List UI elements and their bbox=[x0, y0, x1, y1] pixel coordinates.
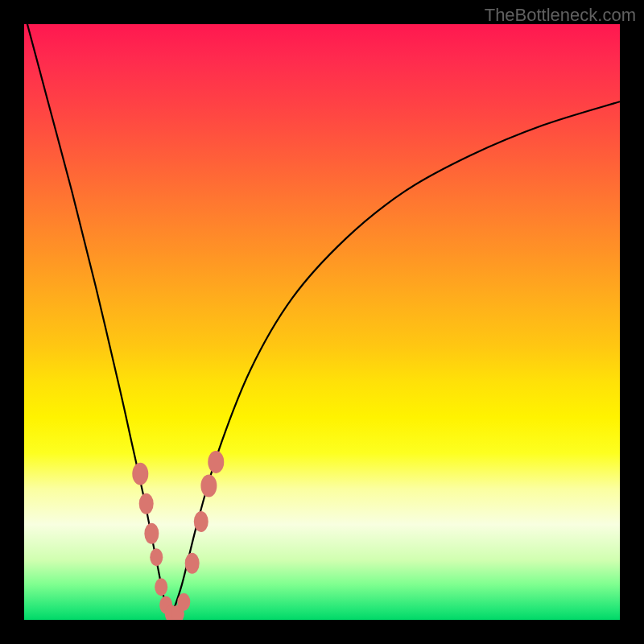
watermark-text: TheBottleneck.com bbox=[485, 5, 636, 26]
highlight-dot bbox=[155, 578, 167, 596]
highlight-dot bbox=[185, 553, 200, 574]
chart-stage: TheBottleneck.com bbox=[0, 0, 644, 644]
highlight-dot bbox=[200, 475, 217, 497]
highlight-dot bbox=[194, 511, 208, 532]
highlight-dot bbox=[150, 548, 163, 566]
right-branch-curve bbox=[170, 101, 620, 620]
highlight-dot bbox=[144, 523, 159, 544]
highlight-dot bbox=[177, 593, 190, 611]
curve-layer bbox=[24, 24, 620, 620]
highlight-dot bbox=[139, 493, 154, 514]
highlight-dot bbox=[132, 463, 148, 485]
plot-area bbox=[24, 24, 620, 620]
highlight-dot bbox=[208, 451, 224, 473]
